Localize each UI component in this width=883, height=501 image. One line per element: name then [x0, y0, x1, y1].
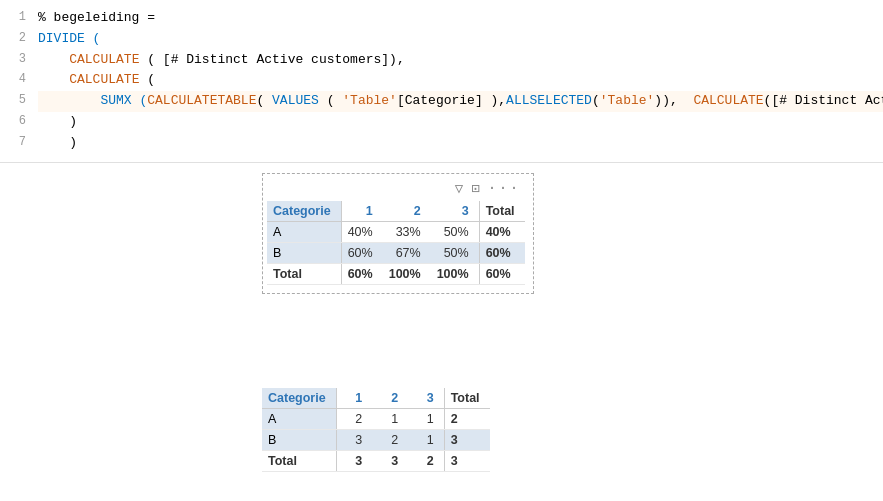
pct-cell-total-label: Total: [267, 263, 341, 284]
pct-cell-a-1: 40%: [341, 221, 383, 242]
pct-cell-b-3: 50%: [431, 242, 479, 263]
cnt-cell-total-1: 3: [336, 450, 372, 471]
pct-col-1: 1: [341, 201, 383, 222]
pct-cell-b-total: 60%: [479, 242, 524, 263]
counts-table: Categorie 1 2 3 Total A 2 1 1 2 B 3: [262, 388, 490, 472]
cnt-col-categorie: Categorie: [262, 388, 336, 409]
code-line-4: 4 CALCULATE (: [0, 70, 883, 91]
line-num-4: 4: [8, 70, 26, 89]
code-text-1: % begeleiding =: [38, 8, 875, 29]
code-line-5: 5 SUMX (CALCULATETABLE( VALUES ( 'Table'…: [0, 91, 883, 112]
pct-cell-a-total: 40%: [479, 221, 524, 242]
percentage-table-wrapper: ▽ ⊡ ··· Categorie 1 2 3 Total A: [262, 173, 534, 294]
pct-cell-total-2: 100%: [383, 263, 431, 284]
pct-row-a: A 40% 33% 50% 40%: [267, 221, 525, 242]
line-num-2: 2: [8, 29, 26, 48]
filter-icon[interactable]: ▽: [455, 180, 463, 197]
code-line-3: 3 CALCULATE ( [# Distinct Active custome…: [0, 50, 883, 71]
cnt-cell-a-1: 2: [336, 408, 372, 429]
pct-cell-total-3: 100%: [431, 263, 479, 284]
line-num-1: 1: [8, 8, 26, 27]
cnt-cell-total-label: Total: [262, 450, 336, 471]
code-text-4: CALCULATE (: [38, 70, 875, 91]
cnt-col-2: 2: [372, 388, 408, 409]
cnt-cell-b-1: 3: [336, 429, 372, 450]
code-text-3: CALCULATE ( [# Distinct Active customers…: [38, 50, 875, 71]
code-line-7: 7 ): [0, 133, 883, 154]
code-line-2: 2 DIVIDE (: [0, 29, 883, 50]
cnt-cell-a-3: 1: [408, 408, 444, 429]
cnt-col-total: Total: [444, 388, 489, 409]
percentage-table-container: ▽ ⊡ ··· Categorie 1 2 3 Total A: [262, 173, 534, 294]
code-text-2: DIVIDE (: [38, 29, 875, 50]
cnt-cell-b-2: 2: [372, 429, 408, 450]
cnt-cell-a-total: 2: [444, 408, 489, 429]
pct-row-b: B 60% 67% 50% 60%: [267, 242, 525, 263]
cnt-row-a: A 2 1 1 2: [262, 408, 490, 429]
pct-col-3: 3: [431, 201, 479, 222]
cnt-col-3: 3: [408, 388, 444, 409]
pct-row-total: Total 60% 100% 100% 60%: [267, 263, 525, 284]
tables-area: ▽ ⊡ ··· Categorie 1 2 3 Total A: [0, 163, 883, 501]
pct-col-2: 2: [383, 201, 431, 222]
line-num-6: 6: [8, 112, 26, 131]
percentage-table: Categorie 1 2 3 Total A 40% 33% 50% 40%: [267, 201, 525, 285]
code-editor[interactable]: 1 % begeleiding = 2 DIVIDE ( 3 CALCULATE…: [0, 0, 883, 163]
cnt-cell-a-cat: A: [262, 408, 336, 429]
cnt-col-1: 1: [336, 388, 372, 409]
cnt-cell-total-2: 3: [372, 450, 408, 471]
cnt-cell-total-total: 3: [444, 450, 489, 471]
pct-cell-total-total: 60%: [479, 263, 524, 284]
code-line-1: 1 % begeleiding =: [0, 8, 883, 29]
cnt-cell-a-2: 1: [372, 408, 408, 429]
counts-table-wrapper: Categorie 1 2 3 Total A 2 1 1 2 B 3: [262, 388, 490, 472]
code-text-6: ): [38, 112, 875, 133]
line-num-5: 5: [8, 91, 26, 110]
pct-cell-b-2: 67%: [383, 242, 431, 263]
expand-icon[interactable]: ⊡: [471, 180, 479, 197]
pct-cell-total-1: 60%: [341, 263, 383, 284]
cnt-cell-b-3: 1: [408, 429, 444, 450]
cnt-row-b: B 3 2 1 3: [262, 429, 490, 450]
cnt-cell-b-cat: B: [262, 429, 336, 450]
cnt-cell-b-total: 3: [444, 429, 489, 450]
table-toolbar: ▽ ⊡ ···: [267, 178, 525, 201]
pct-cell-a-cat: A: [267, 221, 341, 242]
pct-cell-b-cat: B: [267, 242, 341, 263]
pct-cell-a-3: 50%: [431, 221, 479, 242]
code-line-6: 6 ): [0, 112, 883, 133]
line-num-7: 7: [8, 133, 26, 152]
pct-cell-a-2: 33%: [383, 221, 431, 242]
code-text-5: SUMX (CALCULATETABLE( VALUES ( 'Table'[C…: [38, 91, 883, 112]
code-text-7: ): [38, 133, 875, 154]
pct-cell-b-1: 60%: [341, 242, 383, 263]
more-icon[interactable]: ···: [488, 180, 521, 197]
cnt-cell-total-3: 2: [408, 450, 444, 471]
line-num-3: 3: [8, 50, 26, 69]
pct-col-categorie: Categorie: [267, 201, 341, 222]
cnt-row-total: Total 3 3 2 3: [262, 450, 490, 471]
pct-col-total: Total: [479, 201, 524, 222]
